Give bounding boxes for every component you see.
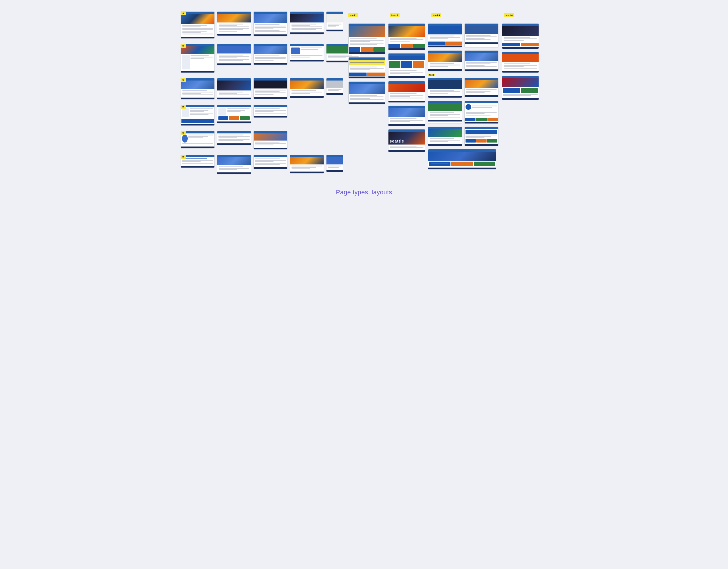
screenshot-lg5-1 [181, 131, 215, 148]
label-level2: level 2 [390, 13, 400, 17]
left-column: ★ [181, 11, 331, 174]
screenshot-lg6-3 [253, 155, 288, 169]
screenshot-lg1-2 [217, 11, 251, 36]
screenshot-lg1-1 [181, 11, 215, 39]
ss-level4-1 [502, 23, 539, 49]
right-sections: seattle [348, 23, 547, 169]
screenshot-lg4-1 [181, 105, 215, 126]
label-level3: level 3 [431, 13, 441, 17]
page-title: Page types, layouts [336, 189, 392, 196]
ss-level1-main [348, 23, 385, 54]
ss-level3-4 [464, 50, 499, 71]
ss-level4-2 [502, 52, 539, 73]
ss-level3-wide [428, 149, 496, 169]
screenshot-lg5-2 [217, 131, 251, 145]
ss-level3-5 [428, 78, 462, 98]
screenshot-lg3-3 [253, 78, 288, 99]
ss-level3-10 [464, 127, 499, 146]
ss-level2-4 [388, 105, 425, 126]
left-group-6: ★ [181, 155, 331, 174]
ss-level1-3 [348, 81, 385, 104]
left-group-1: ★ [181, 11, 331, 39]
group3-label: ★ [181, 78, 186, 82]
ss-level3-1 [428, 23, 462, 47]
label-level1: level 1 [348, 13, 358, 17]
ss-level3-9 [428, 127, 462, 146]
level4-col [502, 23, 539, 169]
screenshot-lg3-4 [290, 78, 324, 98]
level3-row1 [428, 23, 499, 47]
screenshot-lg2-2 [217, 44, 251, 65]
level1-col [348, 23, 385, 169]
level3-col: New! [428, 23, 499, 169]
ss-level2-seattle: seattle [388, 129, 425, 152]
screenshot-lg2-1 [181, 44, 215, 73]
screenshot-lg4-2 [217, 105, 251, 123]
left-group-5: ★ [181, 131, 331, 150]
left-group-4: ★ [181, 105, 331, 126]
seattle-text: seattle [390, 139, 404, 143]
screenshot-lg6-5 [326, 155, 343, 172]
level3-row3: New! [428, 74, 499, 98]
group4-label: ★ [181, 105, 186, 109]
group6-label: ★ [181, 155, 186, 159]
screenshot-lg3-1 [181, 78, 215, 100]
ss-level3-2 [464, 23, 499, 47]
screenshot-lg1-4 [290, 11, 324, 34]
ss-level3-3 [428, 50, 462, 71]
level3-row6 [428, 149, 499, 169]
screenshot-lg1-5 [326, 11, 343, 32]
ss-level2-3 [388, 81, 425, 103]
screenshot-lg4-3 [253, 105, 288, 118]
ss-level3-8 [464, 101, 499, 124]
level3-row4 [428, 101, 499, 124]
ss-level1-2 [348, 57, 385, 78]
screenshot-lg3-2 [217, 78, 251, 100]
group1-label: ★ [181, 11, 186, 15]
group5-label: ★ [181, 131, 186, 135]
ss-level3-7 [428, 101, 462, 124]
screenshot-lg6-4 [290, 155, 324, 173]
ss-level4-3 [502, 76, 539, 100]
ss-level2-2 [388, 53, 425, 78]
ss-level2-1 [388, 23, 425, 50]
screenshot-lg2-4 [290, 44, 324, 62]
level3-row5 [428, 127, 499, 146]
right-column: level 1 level 2 level 3 level 4 [348, 11, 547, 169]
level2-col: seattle [388, 23, 425, 169]
level3-row2 [428, 50, 499, 71]
level-labels-row: level 1 level 2 level 3 level 4 [348, 11, 547, 18]
main-canvas: ★ [51, 11, 677, 174]
screenshot-lg1-3 [253, 11, 288, 36]
ss-level3-6 [464, 78, 499, 98]
screenshot-lg6-2 [217, 155, 251, 174]
label-level4: level 4 [504, 13, 514, 17]
new-label: New! [428, 74, 435, 76]
left-group-2: ★ [181, 44, 331, 73]
screenshot-lg3-5 [326, 78, 343, 95]
screenshot-lg2-3 [253, 44, 288, 65]
screenshot-lg6-1 [181, 155, 215, 168]
left-group-3: ★ [181, 78, 331, 100]
screenshot-lg5-3 [253, 131, 288, 150]
group2-label: ★ [181, 44, 186, 48]
